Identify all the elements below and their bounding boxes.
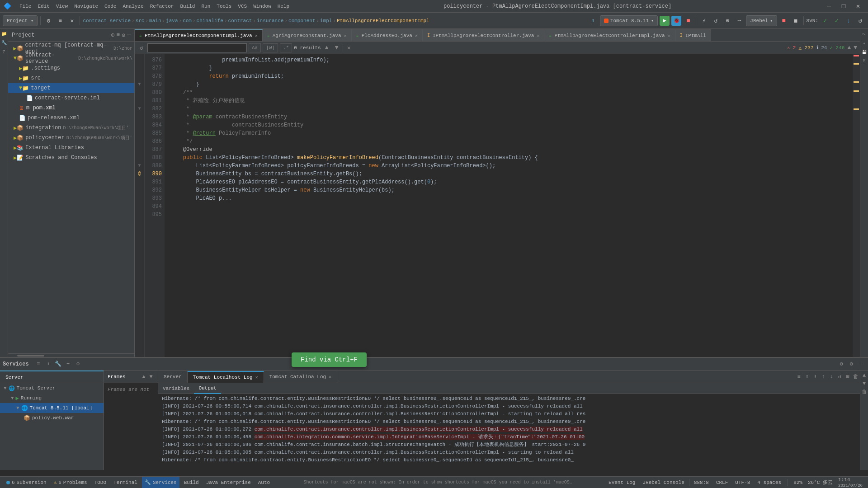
svc-policy-war[interactable]: 📦 policy-web.war (0, 413, 104, 423)
sidebar-item-contract-service[interactable]: ▼ 📦 contract-service D:\zhongKeRuan\work… (8, 53, 134, 63)
project-dropdown[interactable]: Project ▾ (3, 15, 38, 26)
sidebar-collapse-btn[interactable]: ≡ (117, 32, 120, 38)
search-regex-btn[interactable]: .* (280, 43, 292, 52)
tomcat-dropdown[interactable]: Tomcat 8.5.11 ▾ (600, 15, 658, 26)
sidebar-item-iml[interactable]: 📄 contract-service.iml (8, 93, 134, 103)
log-tab-server[interactable]: Server (158, 371, 188, 383)
toolbar-close-btn[interactable]: ✕ (67, 16, 77, 26)
expand-panel-btn[interactable]: ▲ (847, 44, 851, 51)
app-menu-window[interactable]: Window (250, 4, 274, 9)
subversion-btn[interactable]: 6 Subversion (4, 477, 49, 488)
log-btn-3[interactable]: ⬇ (811, 373, 819, 381)
search-word-btn[interactable]: |W| (263, 43, 278, 52)
breadcrumb-contract-service[interactable]: contract-service (83, 18, 131, 23)
breadcrumb-chinalife[interactable]: chinalife (197, 18, 223, 23)
breadcrumb-component[interactable]: component (288, 18, 315, 23)
tab-iptm-close[interactable]: ✕ (537, 33, 539, 38)
svn-btn-1[interactable]: ✓ (820, 16, 830, 26)
tab-ptm-impl-close[interactable]: ✕ (255, 33, 258, 38)
indent[interactable]: 4 spaces (755, 480, 784, 485)
sidebar-item-pom-releases[interactable]: 📄 pom-releases.xml (8, 113, 134, 123)
svc-minimize-btn[interactable]: ─ (857, 360, 865, 368)
breadcrumb-contract[interactable]: contract (228, 18, 252, 23)
collapse-panel-btn[interactable]: ▼ (854, 44, 857, 51)
app-menu-file[interactable]: File (17, 4, 34, 9)
toolbar-btn-3[interactable]: ⊕ (722, 16, 732, 26)
log-btn-7[interactable]: ⊞ (844, 373, 852, 381)
code-content[interactable]: premiumInfoList.add(premiumInfo); } retu… (165, 54, 853, 357)
tab-agri-constant[interactable]: ☕ AgriAgroreConstant.java ✕ (263, 29, 352, 41)
log-btn-4[interactable]: ↑ (819, 373, 827, 381)
search-input[interactable] (147, 43, 247, 52)
sidebar-item-policycenter[interactable]: ▶ 📦 policycenter D:\zhongKeRuan\work\项目' (8, 133, 134, 143)
breadcrumb-com[interactable]: com (183, 18, 192, 23)
problems-btn[interactable]: ⚠ 6 Problems (51, 477, 90, 488)
log-right-btn-1[interactable]: ▲ (863, 372, 866, 379)
debug-button[interactable]: 🐞 (671, 16, 681, 26)
log-btn-6[interactable]: ↺ (835, 373, 844, 381)
app-menu-build[interactable]: Build (177, 4, 198, 9)
svc-btn-2[interactable]: ⬆ (44, 360, 52, 368)
sidebar-close-btn[interactable]: ─ (127, 32, 131, 38)
todo-btn[interactable]: TODO (92, 477, 109, 488)
toolbar-btn-5[interactable]: ■ (779, 16, 789, 26)
sidebar-item-src[interactable]: ▶ 📁 src (8, 73, 134, 83)
event-log-btn[interactable]: Event Log (606, 480, 638, 485)
variables-tab[interactable]: Variables (158, 383, 194, 394)
svc-tomcat-server[interactable]: ▼ 🌐 Tomcat Server (0, 383, 104, 393)
search-case-btn[interactable]: Aa (249, 43, 261, 52)
right-icon-persistence[interactable]: 💾 (861, 49, 868, 55)
app-menu-edit[interactable]: Edit (35, 4, 52, 9)
log-tab-localhost-close[interactable]: ✕ (255, 375, 258, 380)
sidebar-add-btn[interactable]: ⊕ (111, 31, 114, 39)
auto-btn[interactable]: Auto (255, 477, 273, 488)
sidebar-item-settings[interactable]: ▶ 📁 .settings (8, 63, 134, 73)
svc-btn-4[interactable]: + (64, 360, 72, 368)
log-btn-8[interactable]: 🗑 (852, 373, 860, 381)
toolbar-collapse-btn[interactable]: ≡ (55, 16, 65, 26)
frames-down-btn[interactable]: ▼ (148, 374, 154, 380)
left-icon-3[interactable]: Z (1, 49, 7, 55)
tab-agri-close[interactable]: ✕ (344, 33, 347, 38)
log-tab-catalina-close[interactable]: ✕ (329, 374, 331, 380)
log-btn-1[interactable]: ≡ (795, 373, 803, 381)
tab-iptm-controller[interactable]: I IPtmAllpAgroreElectController.java ✕ (423, 29, 544, 41)
svn-btn-3[interactable]: ↓ (844, 16, 854, 26)
log-tab-catalina[interactable]: Tomcat Catalina Log ✕ (264, 371, 337, 383)
run-button[interactable]: ▶ (660, 16, 670, 26)
toolbar-btn-1[interactable]: ⚡ (699, 16, 709, 26)
svc-settings-btn[interactable]: ⚙ (837, 360, 845, 368)
jrebel-dropdown[interactable]: JRebel ▾ (746, 15, 777, 26)
tab-ptm-controller-impl[interactable]: ☕ PtmAllpAgroreElectControllerImpl.java … (544, 29, 675, 41)
log-content[interactable]: Hibernate: /* from com.chinalife.contrac… (158, 394, 860, 470)
right-icon-favorites[interactable]: ★ (861, 40, 868, 46)
breadcrumb-insurance[interactable]: insurance (257, 18, 283, 23)
tab-plc-close[interactable]: ✕ (415, 33, 418, 38)
app-menu-help[interactable]: Help (275, 4, 292, 9)
terminal-btn[interactable]: Terminal (111, 477, 140, 488)
toolbar-btn-4[interactable]: ↔ (734, 16, 744, 26)
java-enterprise-btn[interactable]: Java Enterprise (203, 477, 254, 488)
log-right-btn-3[interactable]: 🗑 (862, 389, 867, 395)
app-menu-tools[interactable]: Tools (214, 4, 234, 9)
breadcrumb-java[interactable]: java (166, 18, 178, 23)
log-btn-2[interactable]: ⬆ (803, 373, 811, 381)
svn-btn-4[interactable]: ↺ (855, 16, 865, 26)
svc-btn-5[interactable]: ⊕ (74, 360, 82, 368)
svc-running[interactable]: ▼ ▶ Running (0, 393, 104, 403)
encoding[interactable]: UTF-8 (732, 480, 753, 485)
svc-gear2-btn[interactable]: ⚙ (847, 360, 855, 368)
services-btn[interactable]: 🔧 Services (142, 477, 179, 488)
sidebar-item-target[interactable]: ▼ 📁 target (8, 83, 134, 93)
log-right-btn-2[interactable]: ▼ (863, 380, 866, 387)
maximize-button[interactable]: □ (837, 0, 850, 13)
search-up-btn[interactable]: ▲ (323, 44, 331, 52)
jrebel-console-btn[interactable]: JRebel Console (640, 480, 687, 485)
right-icon-structure[interactable]: Z (861, 31, 868, 37)
stop-button[interactable]: ■ (683, 16, 693, 26)
left-icon-2[interactable]: 🔧 (1, 40, 7, 46)
server-tab[interactable]: Server (0, 371, 104, 383)
tab-ptm-impl[interactable]: ☕ PtmAllpAgroreElectComponentImpl.java ✕ (135, 29, 263, 41)
svc-btn-3[interactable]: 🔧 (54, 360, 62, 368)
svc-tomcat-local[interactable]: ▼ 🌐 Tomcat 8.5.11 [local] (0, 403, 104, 413)
